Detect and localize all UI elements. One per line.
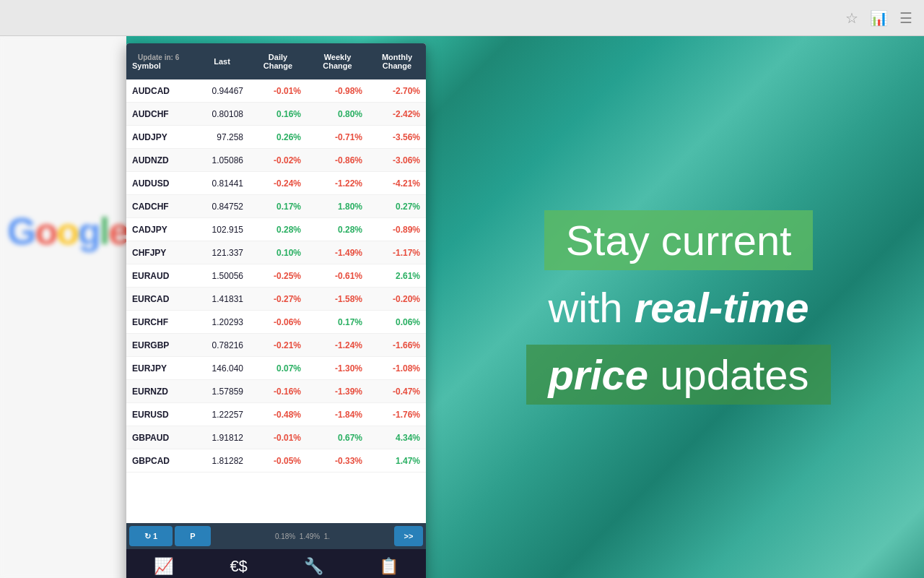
cell-weekly: -0.86% [307,155,368,165]
cell-weekly: -0.61% [307,271,368,281]
nav-prices[interactable]: €$ Prices [201,553,276,579]
cell-weekly: 1.80% [307,202,368,212]
trading-icon: 📋 [379,557,398,576]
cell-last: 146.040 [195,363,249,374]
cell-daily: -0.01% [249,86,307,96]
cell-weekly: -0.71% [307,132,368,142]
nav-trading[interactable]: 📋 Trading [351,553,426,579]
cell-daily: 0.16% [249,109,307,119]
header-weekly: WeeklyChange [307,53,368,70]
widget-header: Update in: 6 Symbol Last DailyChange Wee… [126,43,426,79]
cell-last: 1.41831 [195,294,249,304]
cell-last: 97.258 [195,132,249,142]
cell-daily: 0.07% [249,363,307,374]
cell-last: 102.915 [195,225,249,235]
cell-weekly: 0.17% [307,317,368,327]
cell-monthly: -4.21% [368,178,426,189]
table-row: EURNZD 1.57859 -0.16% -1.39% -0.47% [126,380,426,403]
cell-symbol: CADCHF [126,202,195,212]
bottom-change-text: 0.18% 1.49% 1. [213,532,392,540]
table-row: GBPCAD 1.81282 -0.05% -0.33% 1.47% [126,449,426,473]
table-row: EURUSD 1.22257 -0.48% -1.84% -1.76% [126,403,426,426]
cell-weekly: 0.80% [307,109,368,119]
cell-monthly: -3.06% [368,155,426,165]
cell-weekly: -1.24% [307,340,368,350]
update-label: Update in: 6 [132,53,195,61]
table-row: AUDJPY 97.258 0.26% -0.71% -3.56% [126,126,426,149]
cell-symbol: AUDUSD [126,178,195,189]
cell-symbol: EURCHF [126,317,195,327]
cell-symbol: CADJPY [126,225,195,235]
cell-monthly: -1.66% [368,340,426,350]
cell-last: 1.91812 [195,433,249,443]
with-realtime-line: with real-time [548,283,808,332]
next-button[interactable]: >> [394,526,423,546]
cell-daily: 0.26% [249,132,307,142]
cell-weekly: 0.28% [307,225,368,235]
tools-icon: 🔧 [304,557,323,576]
cell-daily: -0.25% [249,271,307,281]
cell-daily: -0.01% [249,433,307,443]
header-symbol: Update in: 6 Symbol [126,53,195,70]
cell-last: 1.22257 [195,410,249,420]
cell-monthly: 1.47% [368,456,426,466]
charts-icon: 📈 [154,557,173,576]
cell-daily: 0.28% [249,225,307,235]
cell-daily: -0.48% [249,410,307,420]
candlestick-icon[interactable]: 📊 [870,9,888,27]
cell-monthly: -1.17% [368,248,426,258]
cell-monthly: -2.70% [368,86,426,96]
cell-weekly: -1.84% [307,410,368,420]
cell-weekly: -1.39% [307,387,368,397]
cell-daily: -0.02% [249,155,307,165]
cell-weekly: -1.30% [307,363,368,374]
blur-overlay [0,36,126,578]
cell-last: 0.78216 [195,340,249,350]
cell-symbol: CHFJPY [126,248,195,258]
nav-tools[interactable]: 🔧 Tools [276,553,352,579]
widget-bottom-bar: ↻ 1 P 0.18% 1.49% 1. >> [126,523,426,549]
header-monthly: MonthlyChange [368,53,426,70]
table-row: CADCHF 0.84752 0.17% 1.80% 0.27% [126,195,426,218]
cell-monthly: -1.76% [368,410,426,420]
promo-overlay: Stay current with real-time price update… [433,36,924,578]
cell-last: 1.57859 [195,387,249,397]
cell-monthly: 0.27% [368,202,426,212]
cell-weekly: -0.33% [307,456,368,466]
nav-charts[interactable]: 📈 Charts [126,553,201,579]
cell-symbol: GBPCAD [126,456,195,466]
cell-weekly: 0.67% [307,433,368,443]
table-row: EURAUD 1.50056 -0.25% -0.61% 2.61% [126,264,426,288]
menu-icon[interactable]: ☰ [899,9,912,27]
cell-daily: -0.24% [249,178,307,189]
cell-last: 1.20293 [195,317,249,327]
table-row: EURJPY 146.040 0.07% -1.30% -1.08% [126,357,426,380]
star-icon[interactable]: ☆ [845,9,858,27]
cell-symbol: AUDNZD [126,155,195,165]
cell-last: 0.84752 [195,202,249,212]
cell-symbol: EURCAD [126,294,195,304]
cell-monthly: -2.42% [368,109,426,119]
cell-monthly: -1.08% [368,363,426,374]
cell-symbol: EURGBP [126,340,195,350]
forex-table: AUDCAD 0.94467 -0.01% -0.98% -2.70% AUDC… [126,79,426,523]
table-row: EURGBP 0.78216 -0.21% -1.24% -1.66% [126,334,426,357]
cell-monthly: -0.20% [368,294,426,304]
prices-icon: €$ [230,557,247,576]
cell-weekly: -1.58% [307,294,368,304]
refresh-button[interactable]: ↻ 1 [129,526,173,546]
table-row: CADJPY 102.915 0.28% 0.28% -0.89% [126,218,426,241]
table-row: AUDCAD 0.94467 -0.01% -0.98% -2.70% [126,79,426,103]
cell-daily: -0.27% [249,294,307,304]
cell-weekly: -0.98% [307,86,368,96]
header-last: Last [195,57,249,66]
stay-current-text: Stay current [566,217,792,264]
p-button[interactable]: P [175,526,211,546]
realtime-text: real-time [635,284,809,331]
cell-symbol: EURJPY [126,363,195,374]
cell-last: 0.94467 [195,86,249,96]
table-row: EURCAD 1.41831 -0.27% -1.58% -0.20% [126,288,426,311]
forex-widget: Update in: 6 Symbol Last DailyChange Wee… [126,43,426,578]
cell-symbol: EURUSD [126,410,195,420]
cell-last: 1.81282 [195,456,249,466]
